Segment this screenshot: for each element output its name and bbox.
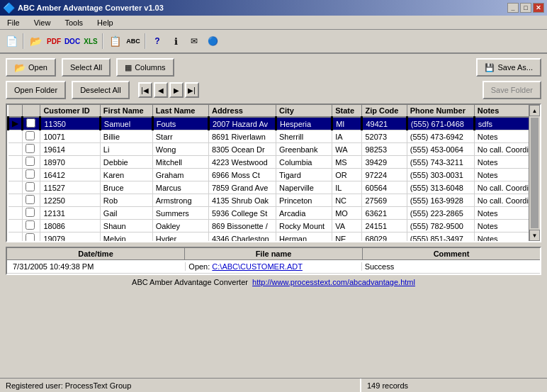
col-state[interactable]: State <box>332 105 362 117</box>
col-last-name[interactable]: Last Name <box>152 105 208 117</box>
log-datetime: 7/31/2005 10:49:38 PM <box>10 262 186 271</box>
cell-address: 4135 Shrub Oak <box>208 194 276 207</box>
cell-phoneNumber: (555) 223-2865 <box>407 207 474 220</box>
scroll-down[interactable]: ▼ <box>529 230 540 241</box>
cell-lastName: Graham <box>152 169 208 181</box>
cell-city: Tigard <box>276 169 332 181</box>
open-icon: 📂 <box>14 62 26 73</box>
cell-zipCode: 52073 <box>362 130 407 143</box>
col-customer-id[interactable]: Customer ID <box>40 105 100 117</box>
toolbar-spell-btn[interactable]: ABC <box>125 33 142 50</box>
footer-link[interactable]: http://www.processtext.com/abcadvantage.… <box>252 278 415 286</box>
row-checkbox[interactable] <box>23 169 40 181</box>
table-row[interactable]: 18970DebbieMitchell4223 WestwoodColumbia… <box>9 156 540 169</box>
menu-view[interactable]: View <box>30 17 55 28</box>
cell-firstName: Bruce <box>100 181 152 194</box>
deselect-all-button[interactable]: Deselect All <box>72 81 129 99</box>
cell-city: Hesperia <box>276 117 332 130</box>
cell-lastName: Marcus <box>152 181 208 194</box>
toolbar-xls-btn[interactable]: XLS <box>82 33 99 50</box>
toolbar-help-btn[interactable]: ? <box>149 33 166 50</box>
col-zip[interactable]: Zip Code <box>362 105 407 117</box>
row-checkbox[interactable] <box>23 207 40 220</box>
title-bar: 🔷 ABC Amber Advantage Converter v1.03 _ … <box>0 0 547 16</box>
table-row[interactable]: 11527BruceMarcus7859 Grand AveNaperville… <box>9 181 540 194</box>
table-row[interactable]: 12131GailSummers5936 College StArcadiaMO… <box>9 207 540 220</box>
cell-customerId: 18086 <box>40 220 100 233</box>
table-row[interactable]: ▶11350SamuelFouts2007 Hazard AvHesperiaM… <box>9 117 540 130</box>
toolbar-pdf-btn[interactable]: PDF <box>45 33 62 50</box>
row-checkbox[interactable] <box>23 233 40 243</box>
open-folder-button[interactable]: Open Folder <box>6 81 66 99</box>
toolbar-doc-btn[interactable]: DOC <box>64 33 81 50</box>
row-checkbox[interactable] <box>23 181 40 194</box>
cell-customerId: 11350 <box>40 117 100 130</box>
row-indicator <box>9 130 23 143</box>
toolbar-info-btn[interactable]: ℹ <box>167 33 184 50</box>
toolbar-copy-btn[interactable]: 📋 <box>106 33 123 50</box>
vertical-scrollbar[interactable]: ▲ ▼ <box>529 105 540 241</box>
scroll-thumb[interactable] <box>531 118 538 228</box>
cell-lastName: Mitchell <box>152 156 208 169</box>
row-checkbox[interactable] <box>23 143 40 156</box>
columns-button[interactable]: ▦ Columns <box>116 58 174 77</box>
cell-lastName: Wong <box>152 143 208 156</box>
row-indicator <box>9 169 23 181</box>
row-checkbox[interactable] <box>23 130 40 143</box>
log-filename-prefix: Open: <box>188 262 212 271</box>
save-folder-button[interactable]: Save Folder <box>483 81 541 99</box>
log-col-datetime: Date/time <box>7 248 185 259</box>
cell-firstName: Debbie <box>100 156 152 169</box>
cell-phoneNumber: (555) 453-0064 <box>407 143 474 156</box>
minimize-button[interactable]: _ <box>507 3 519 13</box>
table-row[interactable]: 19079MelvinHyder4346 CharlestonHermanNE6… <box>9 233 540 243</box>
menu-help[interactable]: Help <box>93 17 118 28</box>
close-button[interactable]: ✕ <box>533 3 544 13</box>
toolbar-open-btn[interactable]: 📂 <box>27 33 44 50</box>
nav-first-button[interactable]: |◀ <box>138 82 152 98</box>
button-row-1: 📂 Open Select All ▦ Columns 💾 Save As... <box>6 58 541 77</box>
log-row: 7/31/2005 10:49:38 PM Open: C:\ABC\CUSTO… <box>7 260 540 274</box>
table-row[interactable]: 12250RobArmstrong4135 Shrub OakPrinceton… <box>9 194 540 207</box>
cell-customerId: 16412 <box>40 169 100 181</box>
log-filename-link[interactable]: C:\ABC\CUSTOMER.ADT <box>212 262 303 271</box>
table-row[interactable]: 19614LiWong8305 Ocean DrGreenbankWA98253… <box>9 143 540 156</box>
nav-next-button[interactable]: ▶ <box>169 82 184 98</box>
footer: ABC Amber Advantage Converter http://www… <box>6 275 541 289</box>
toolbar-email-btn[interactable]: ✉ <box>186 33 203 50</box>
main-area: 📂 Open Select All ▦ Columns 💾 Save As...… <box>0 54 547 292</box>
scroll-up[interactable]: ▲ <box>529 105 540 116</box>
save-as-button[interactable]: 💾 Save As... <box>476 58 541 77</box>
row-checkbox[interactable] <box>23 117 40 130</box>
nav-prev-button[interactable]: ◀ <box>154 82 168 98</box>
cell-state: MS <box>332 156 362 169</box>
cell-address: 2007 Hazard Av <box>208 117 276 130</box>
cell-address: 7859 Grand Ave <box>208 181 276 194</box>
col-city[interactable]: City <box>276 105 332 117</box>
log-col-comment: Comment <box>363 248 540 259</box>
menu-file[interactable]: File <box>3 17 24 28</box>
row-checkbox[interactable] <box>23 156 40 169</box>
row-checkbox[interactable] <box>23 220 40 233</box>
table-row[interactable]: 10071BillieStarr8691 RiverlawnSherrillIA… <box>9 130 540 143</box>
table-row[interactable]: 16412KarenGraham6966 Moss CtTigardOR9722… <box>9 169 540 181</box>
row-indicator <box>9 220 23 233</box>
open-button[interactable]: 📂 Open <box>6 58 56 77</box>
col-phone[interactable]: Phone Number <box>407 105 474 117</box>
select-all-button[interactable]: Select All <box>62 58 111 77</box>
maximize-button[interactable]: □ <box>520 3 531 13</box>
toolbar-new-btn[interactable]: 📄 <box>3 33 20 50</box>
menu-tools[interactable]: Tools <box>60 17 87 28</box>
col-address[interactable]: Address <box>208 105 276 117</box>
cell-customerId: 12131 <box>40 207 100 220</box>
cell-address: 6966 Moss Ct <box>208 169 276 181</box>
cell-zipCode: 60564 <box>362 181 407 194</box>
nav-last-button[interactable]: ▶| <box>185 82 199 98</box>
row-checkbox[interactable] <box>23 194 40 207</box>
toolbar: 📄 📂 PDF DOC XLS 📋 ABC ? ℹ ✉ 🔵 <box>0 30 547 54</box>
col-first-name[interactable]: First Name <box>100 105 152 117</box>
table-row[interactable]: 18086ShaunOakley869 Bissonette /Rocky Mo… <box>9 220 540 233</box>
toolbar-about-btn[interactable]: 🔵 <box>204 33 221 50</box>
cell-address: 4346 Charleston <box>208 233 276 243</box>
cell-customerId: 10071 <box>40 130 100 143</box>
